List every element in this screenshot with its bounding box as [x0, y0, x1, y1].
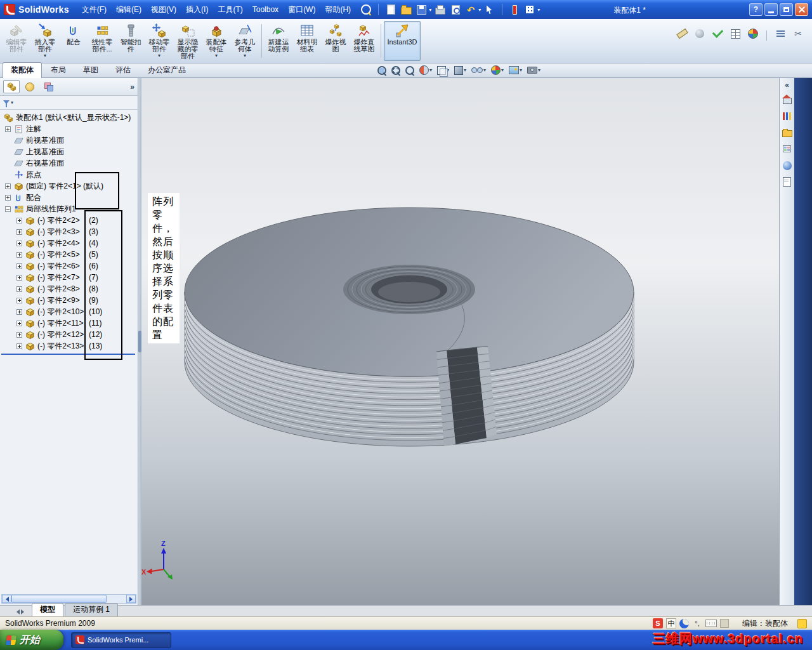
undo-button[interactable] [464, 3, 477, 16]
soft-keyboard-icon[interactable] [705, 620, 717, 627]
tree-item-assembly-root[interactable]: 装配体1 (默认<默认_显示状态-1>) [0, 112, 138, 123]
tab-sketch[interactable]: 草图 [75, 62, 107, 78]
apply-scene-button[interactable] [509, 66, 522, 74]
view-orientation-button[interactable] [437, 66, 449, 75]
expander-icon[interactable] [5, 183, 11, 189]
expander-icon[interactable] [16, 263, 22, 269]
measure-ruler-button[interactable] [676, 27, 688, 40]
ime-toolbox-icon[interactable] [720, 619, 729, 628]
section-view-button[interactable] [419, 65, 432, 75]
minimize-button[interactable] [764, 3, 778, 16]
expander-icon[interactable] [5, 126, 11, 132]
expander-icon[interactable] [5, 206, 11, 212]
edit-appearance-button[interactable] [491, 65, 504, 75]
stacked-washer-model[interactable]: Z X [141, 208, 634, 580]
design-library-button[interactable] [782, 110, 792, 121]
tab-layout[interactable]: 布局 [43, 62, 74, 78]
menu-file[interactable]: 文件(F) [77, 3, 111, 17]
ime-logo-icon[interactable]: S [653, 618, 663, 628]
search-button[interactable] [360, 3, 372, 16]
open-button[interactable] [400, 3, 412, 16]
solidworks-resources-button[interactable] [782, 94, 792, 105]
ime-fullwidth-moon-icon[interactable] [679, 619, 689, 628]
linear-component-pattern-button[interactable]: 线性零部件... [88, 21, 116, 61]
expander-icon[interactable] [16, 241, 22, 246]
explode-line-sketch-button[interactable]: 爆炸直线草图 [350, 21, 378, 61]
expander-icon[interactable] [16, 343, 22, 349]
scrollbar-thumb[interactable] [11, 595, 107, 603]
expander-icon[interactable] [16, 275, 22, 281]
view-settings-button[interactable] [527, 67, 540, 74]
help-button[interactable]: ? [749, 3, 763, 16]
maximize-button[interactable] [780, 3, 793, 16]
zoom-to-fit-button[interactable] [377, 66, 386, 75]
appearances-button[interactable] [782, 160, 792, 171]
graphics-area[interactable]: Z X [141, 78, 779, 605]
expander-icon[interactable] [16, 309, 22, 315]
chevron-down-icon[interactable] [429, 7, 431, 13]
hide-show-items-button[interactable] [471, 67, 486, 73]
assembly-features-button[interactable]: 装配体特征 [202, 21, 230, 61]
panel-overflow-chevron-icon[interactable] [130, 83, 134, 91]
menu-insert[interactable]: 插入(I) [181, 3, 213, 17]
chevron-down-icon[interactable] [158, 53, 160, 58]
file-explorer-button[interactable] [782, 127, 792, 138]
zoom-in-out-button[interactable] [405, 66, 414, 75]
chevron-down-icon[interactable] [478, 7, 481, 13]
propertymanager-tab[interactable] [22, 80, 38, 93]
edit-component-button[interactable]: 编辑零部件 [3, 21, 30, 61]
chevron-down-icon[interactable] [538, 67, 540, 73]
expander-icon[interactable] [16, 298, 22, 303]
chevron-down-icon[interactable] [11, 100, 13, 105]
chevron-down-icon[interactable] [501, 67, 504, 73]
tree-item-front-plane[interactable]: 前视基准面 [0, 135, 138, 146]
save-button[interactable] [415, 3, 428, 16]
options-list-button[interactable] [774, 27, 787, 40]
configurationmanager-tab[interactable] [40, 80, 56, 93]
chevron-down-icon[interactable] [537, 7, 540, 13]
close-button[interactable] [795, 3, 808, 16]
appearance-button[interactable] [747, 27, 759, 40]
tree-item-top-plane[interactable]: 上视基准面 [0, 146, 138, 157]
menu-tools[interactable]: 工具(T) [213, 3, 247, 17]
trim-button[interactable] [792, 27, 804, 40]
bill-of-materials-button[interactable]: 材料明细表 [293, 21, 321, 61]
ime-language-toggle[interactable]: 中 [666, 618, 676, 628]
chevron-down-icon[interactable] [44, 53, 46, 58]
print-button[interactable] [434, 3, 447, 16]
chevron-down-icon[interactable] [520, 67, 522, 73]
instant3d-button[interactable]: Instant3D [384, 21, 421, 61]
custom-properties-button[interactable] [782, 176, 792, 187]
expander-icon[interactable] [16, 229, 22, 235]
menu-view[interactable]: 视图(V) [147, 3, 181, 17]
insert-component-button[interactable]: 插入零部件 [31, 21, 59, 61]
chevron-down-icon[interactable] [244, 53, 246, 58]
tab-assembly[interactable]: 装配体 [3, 62, 42, 78]
smart-fasteners-button[interactable]: 智能扣件 [117, 21, 145, 61]
menu-toolbox[interactable]: Toolbox [248, 3, 283, 16]
chevron-down-icon[interactable] [464, 67, 466, 73]
tab-scroll-arrows[interactable] [14, 609, 27, 614]
reference-geometry-button[interactable]: 参考几何体 [231, 21, 259, 61]
collapse-chevron-icon[interactable] [785, 82, 789, 88]
move-component-button[interactable]: 移动零部件 [145, 21, 173, 61]
menu-edit[interactable]: 编辑(E) [112, 3, 146, 17]
horizontal-scrollbar[interactable] [1, 594, 136, 604]
tab-office-products[interactable]: 办公室产品 [140, 62, 194, 78]
new-motion-study-button[interactable]: 新建运动算例 [265, 21, 292, 61]
3d-model-viewport[interactable]: Z X [141, 78, 779, 605]
expander-icon[interactable] [16, 321, 22, 326]
menu-window[interactable]: 窗口(W) [284, 3, 320, 17]
expander-icon[interactable] [16, 218, 22, 223]
tab-evaluate[interactable]: 评估 [107, 62, 139, 78]
mass-properties-button[interactable] [693, 27, 706, 40]
chevron-down-icon[interactable] [483, 67, 486, 73]
scroll-left-button[interactable] [2, 595, 11, 603]
grid-options-button[interactable] [729, 27, 742, 40]
chevron-down-icon[interactable] [215, 53, 218, 58]
tree-item-annotations[interactable]: 注解 [0, 123, 138, 135]
select-button[interactable] [483, 3, 496, 16]
print-preview-button[interactable] [449, 3, 462, 16]
start-button[interactable]: 开始 [0, 630, 63, 650]
view-palette-button[interactable] [782, 143, 792, 154]
